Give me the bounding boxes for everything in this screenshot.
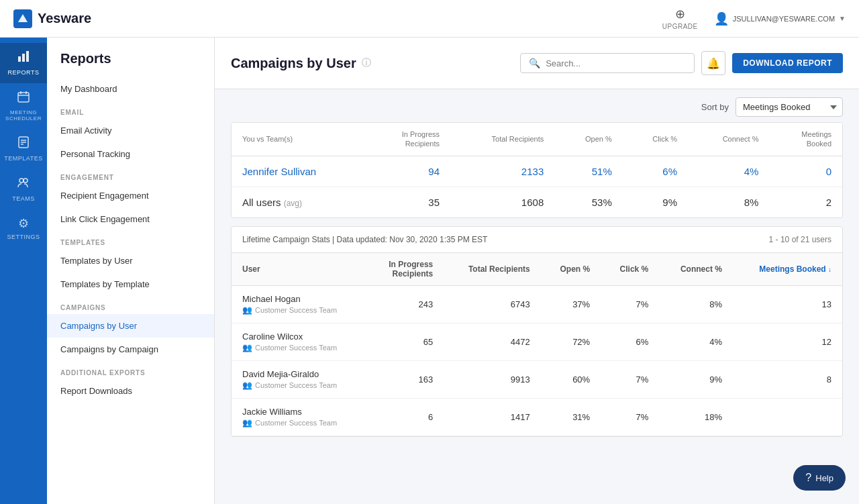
search-input[interactable]: [546, 58, 686, 68]
col-total: Total Recipients: [444, 253, 540, 286]
sort-select[interactable]: Meetings Booked Open % Click % Connect %…: [736, 97, 843, 117]
upgrade-icon: ⊕: [675, 7, 685, 21]
data-section-stats-label: Lifetime Campaign Stats | Data updated: …: [242, 235, 487, 244]
allusers-click: 9%: [623, 187, 688, 217]
sidebar-item-teams[interactable]: TEAMS: [0, 169, 47, 209]
col-inprogress: In ProgressRecipients: [367, 253, 444, 286]
main-content: Campaigns by User ⓘ 🔍 🔔 DOWNLOAD REPORT …: [215, 38, 859, 504]
logo[interactable]: Yesware: [13, 9, 91, 28]
section-email: EMAIL: [47, 101, 214, 119]
cell-click: 6%: [601, 323, 659, 360]
sidebar-item-templates[interactable]: TEMPLATES: [0, 129, 47, 169]
allusers-total: 1608: [450, 187, 554, 217]
cell-meetings: 8: [733, 360, 842, 398]
cell-click: 7%: [601, 398, 659, 436]
col-connect: Connect %: [659, 253, 733, 286]
templates-by-user-link[interactable]: Templates by User: [47, 249, 214, 272]
jennifer-connect: 4%: [688, 156, 769, 187]
page-header: Campaigns by User ⓘ 🔍 🔔 DOWNLOAD REPORT: [215, 38, 859, 89]
summary-row-jennifer: Jennifer Sullivan 94 2133 51% 6% 4% 0: [232, 156, 842, 187]
link-click-link[interactable]: Link Click Engagement: [47, 207, 214, 231]
cell-click: 7%: [601, 360, 659, 398]
left-nav-title: Reports: [47, 38, 214, 77]
cell-click: 7%: [601, 285, 659, 323]
user-name: Caroline Wilcox: [242, 332, 356, 342]
svg-point-13: [23, 179, 28, 183]
sidebar-item-meeting[interactable]: MEETING SCHEDULER: [0, 83, 47, 129]
cell-meetings: 12: [733, 323, 842, 360]
team-name: 👥 Customer Success Team: [242, 343, 356, 352]
allusers-meetings: 2: [769, 187, 842, 217]
section-engagement: ENGAGEMENT: [47, 166, 214, 184]
page-title: Campaigns by User: [231, 56, 356, 71]
all-users-label: All users (avg): [232, 187, 366, 217]
jennifer-total: 2133: [450, 156, 554, 187]
sidebar-item-reports-label: REPORTS: [8, 69, 40, 77]
summary-col-open: Open %: [554, 123, 623, 156]
jennifer-sullivan-link[interactable]: Jennifer Sullivan: [242, 166, 316, 177]
report-downloads-link[interactable]: Report Downloads: [47, 379, 214, 403]
settings-icon: ⚙: [18, 216, 29, 231]
jennifer-open: 51%: [554, 156, 623, 187]
col-meetings-sorted[interactable]: Meetings Booked ↓: [733, 253, 842, 286]
help-button[interactable]: ? Help: [793, 465, 846, 491]
col-open: Open %: [541, 253, 601, 286]
svg-rect-3: [26, 51, 29, 62]
sidebar: REPORTS MEETING SCHEDULER: [0, 38, 47, 504]
search-icon: 🔍: [529, 58, 540, 68]
svg-point-12: [19, 179, 23, 183]
notification-button[interactable]: 🔔: [701, 51, 725, 75]
cell-inprogress: 6: [367, 398, 444, 436]
sort-arrow-down: ↓: [828, 266, 831, 273]
jennifer-inprogress: 94: [366, 156, 450, 187]
info-icon[interactable]: ⓘ: [362, 57, 371, 69]
reports-icon: [17, 50, 30, 66]
allusers-connect: 8%: [688, 187, 769, 217]
email-activity-link[interactable]: Email Activity: [47, 119, 214, 142]
sidebar-item-settings-label: SETTINGS: [7, 234, 40, 241]
team-icon: 👥: [242, 381, 252, 390]
team-icon: 👥: [242, 418, 252, 427]
cell-total: 1417: [444, 398, 540, 436]
cell-meetings: [733, 398, 842, 436]
download-report-button[interactable]: DOWNLOAD REPORT: [732, 53, 843, 73]
team-name: 👥 Customer Success Team: [242, 381, 356, 390]
user-name: Michael Hogan: [242, 294, 356, 304]
page-header-right: 🔍 🔔 DOWNLOAD REPORT: [520, 51, 843, 75]
cell-inprogress: 65: [367, 323, 444, 360]
personal-tracking-link[interactable]: Personal Tracking: [47, 142, 214, 166]
templates-by-template-link[interactable]: Templates by Template: [47, 272, 214, 296]
team-name: 👥 Customer Success Team: [242, 305, 356, 315]
sidebar-item-reports[interactable]: REPORTS: [0, 43, 47, 83]
jennifer-meetings: 0: [769, 156, 842, 187]
sidebar-item-settings[interactable]: ⚙ SETTINGS: [0, 209, 47, 248]
top-nav-right: ⊕ UPGRADE 👤 JSULLIVAN@YESWARE.COM ▼: [662, 7, 846, 30]
table-row: Jackie Williams 👥 Customer Success Team …: [232, 398, 842, 436]
summary-col-connect: Connect %: [688, 123, 769, 156]
svg-rect-1: [18, 56, 21, 62]
cell-connect: 4%: [659, 323, 733, 360]
data-table: User In ProgressRecipients Total Recipie…: [232, 253, 842, 436]
cell-open: 60%: [541, 360, 601, 398]
help-icon: ?: [805, 472, 811, 484]
campaigns-by-user-link[interactable]: Campaigns by User: [47, 314, 214, 338]
svg-marker-0: [18, 14, 28, 22]
recipient-engagement-link[interactable]: Recipient Engagement: [47, 184, 214, 207]
cell-total: 4472: [444, 323, 540, 360]
cell-open: 72%: [541, 323, 601, 360]
summary-col-click: Click %: [623, 123, 688, 156]
user-name: David Mejia-Giraldo: [242, 369, 356, 379]
cell-connect: 8%: [659, 285, 733, 323]
sidebar-item-meeting-label: MEETING SCHEDULER: [3, 109, 44, 122]
my-dashboard-link[interactable]: My Dashboard: [47, 77, 214, 101]
campaigns-by-campaign-link[interactable]: Campaigns by Campaign: [47, 338, 214, 361]
jennifer-click: 6%: [623, 156, 688, 187]
user-nav-item[interactable]: 👤 JSULLIVAN@YESWARE.COM ▼: [714, 11, 846, 26]
cell-connect: 18%: [659, 398, 733, 436]
col-click: Click %: [601, 253, 659, 286]
user-icon: 👤: [714, 11, 729, 26]
search-box: 🔍: [520, 53, 695, 73]
upgrade-nav-item[interactable]: ⊕ UPGRADE: [662, 7, 698, 30]
user-name: Jackie Williams: [242, 407, 356, 417]
table-row: Michael Hogan 👥 Customer Success Team 24…: [232, 285, 842, 323]
